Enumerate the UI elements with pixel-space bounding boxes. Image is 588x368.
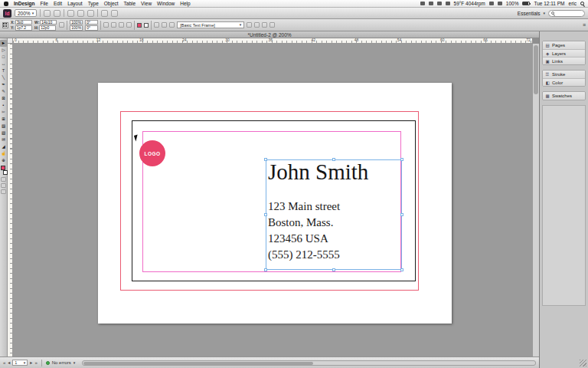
logo-circle[interactable]: LOGO [139, 140, 165, 166]
zoom-level-select[interactable]: 200% ▾ [15, 9, 37, 17]
gradient-tool[interactable]: ▧ [0, 123, 7, 130]
view-options-button[interactable] [67, 10, 74, 17]
selection-handle[interactable] [400, 158, 403, 161]
previous-page-button[interactable]: ◂ [8, 360, 10, 366]
reference-point-proxy[interactable] [2, 22, 8, 28]
panel-tab-swatches[interactable]: ▦ Swatches [543, 92, 585, 100]
note-tool[interactable]: ✉ [0, 136, 7, 143]
flip-horizontal-button[interactable] [119, 22, 124, 28]
align-button[interactable] [262, 22, 267, 28]
resize-grip-icon[interactable] [580, 360, 586, 366]
apply-color-button[interactable] [1, 183, 6, 188]
screen-mode-button[interactable] [77, 10, 84, 17]
search-input[interactable] [548, 10, 585, 17]
stroke-swatch[interactable] [3, 170, 8, 175]
scale-y-field[interactable]: 100% [70, 25, 83, 31]
gradient-feather-tool[interactable]: ▨ [0, 130, 7, 136]
bluetooth-icon[interactable] [489, 2, 494, 5]
preview-button[interactable] [111, 10, 118, 17]
menubar-status-icon[interactable] [429, 2, 433, 5]
height-field[interactable]: 12p0 [39, 25, 56, 31]
menubar-status-icon[interactable] [446, 2, 450, 5]
pasteboard[interactable]: LOGO John Smith 123 Main street Boston, … [13, 44, 532, 356]
next-page-button[interactable]: ▸ [30, 360, 32, 366]
line-tool[interactable]: ╲ [0, 74, 7, 81]
panel-tab-links[interactable]: ▣ Links [543, 57, 585, 64]
panel-tab-stroke[interactable]: ☰ Stroke [543, 71, 585, 78]
pen-tool[interactable]: ✒ [0, 81, 7, 88]
rectangle-tool[interactable]: ▪ [0, 102, 7, 109]
vertical-scrollbar[interactable] [532, 44, 539, 356]
flip-vertical-button[interactable] [126, 22, 132, 28]
menubar-status-icon[interactable] [437, 2, 442, 5]
stock-button[interactable] [54, 10, 60, 17]
menu-type[interactable]: Type [88, 1, 99, 6]
first-page-button[interactable]: « [3, 360, 5, 366]
rotate-90-cw-button[interactable] [103, 22, 109, 28]
hand-tool[interactable]: ☝ [0, 150, 7, 157]
shear-field[interactable]: 0° [85, 25, 98, 31]
constrain-proportions-icon[interactable] [59, 22, 64, 28]
direct-selection-tool[interactable]: ▷ [0, 47, 7, 54]
wifi-icon[interactable] [498, 2, 502, 5]
x-position-field[interactable]: 3p0 [15, 20, 32, 25]
screen-mode-toggle[interactable] [1, 189, 6, 194]
selection-handle[interactable] [264, 158, 267, 161]
rotate-90-ccw-button[interactable] [111, 22, 116, 28]
free-transform-tool[interactable]: ⊞ [0, 116, 7, 123]
selection-handle[interactable] [332, 268, 335, 271]
workspace-switcher[interactable]: Essentials [518, 11, 541, 16]
scale-x-field[interactable]: 100% [70, 20, 83, 25]
fill-swatch[interactable] [1, 166, 5, 170]
menu-user[interactable]: eric [569, 1, 577, 6]
apple-logo-icon[interactable] [4, 2, 8, 6]
scrollbar-thumb[interactable] [83, 362, 313, 365]
y-position-field[interactable]: 1p7.2 [15, 25, 32, 31]
preflight-status[interactable]: No errors [52, 360, 71, 365]
bridge-button[interactable] [44, 10, 51, 17]
horizontal-scrollbar[interactable] [82, 360, 536, 366]
control-panel-menu-icon[interactable]: ≡ [583, 22, 586, 28]
selection-tool[interactable]: ► [0, 40, 7, 47]
corner-options-button[interactable] [169, 22, 175, 28]
effects-button[interactable] [162, 22, 167, 28]
pencil-tool[interactable]: ✎ [0, 88, 7, 95]
panel-tab-pages[interactable]: ▤ Pages [543, 41, 585, 49]
scissors-tool[interactable]: ✂ [0, 109, 7, 116]
fit-content-button[interactable] [254, 22, 260, 28]
menu-table[interactable]: Table [124, 1, 136, 6]
rectangle-frame-tool[interactable]: ⊠ [0, 95, 7, 102]
vertical-ruler[interactable] [8, 44, 13, 356]
selection-handle[interactable] [264, 268, 267, 271]
selection-handle[interactable] [400, 213, 403, 216]
arrange-documents-button[interactable] [87, 10, 94, 17]
menu-edit[interactable]: Edit [54, 1, 62, 6]
menu-file[interactable]: File [40, 1, 47, 6]
menu-app-name[interactable]: InDesign [14, 1, 34, 6]
guides-button[interactable] [101, 10, 108, 17]
menu-object[interactable]: Object [104, 1, 119, 6]
spotlight-icon[interactable] [580, 2, 584, 5]
stroke-weight-button[interactable] [154, 22, 159, 28]
eyedropper-tool[interactable]: ◢ [0, 143, 7, 150]
horizontal-ruler[interactable]: 0 6 12 18 24 30 36 42 48 54 60 66 72 [13, 38, 532, 44]
ruler-origin-corner[interactable] [8, 38, 13, 44]
rotation-field[interactable]: 0° [85, 20, 98, 25]
menu-layout[interactable]: Layout [67, 1, 83, 6]
page-tool[interactable]: □ [0, 54, 7, 61]
panel-tab-color[interactable]: ◧ Color [543, 78, 585, 86]
zoom-tool[interactable]: ⊕ [0, 157, 7, 164]
menubar-status-icon[interactable] [420, 2, 425, 5]
scrollbar-thumb[interactable] [534, 45, 538, 94]
menu-window[interactable]: Window [157, 1, 175, 6]
stroke-color-swatch[interactable] [144, 23, 149, 28]
type-tool[interactable]: T [0, 67, 7, 74]
distribute-button[interactable] [270, 22, 275, 28]
text-wrap-button[interactable] [247, 22, 252, 28]
menu-view[interactable]: View [141, 1, 152, 6]
menu-clock[interactable]: Tue 12:11 PM [534, 1, 564, 6]
selection-handle[interactable] [264, 213, 267, 216]
formatting-affects-button[interactable] [1, 177, 6, 182]
menu-help[interactable]: Help [180, 1, 190, 6]
document-tab[interactable]: *Untitled-2 @ 200% [247, 32, 291, 38]
